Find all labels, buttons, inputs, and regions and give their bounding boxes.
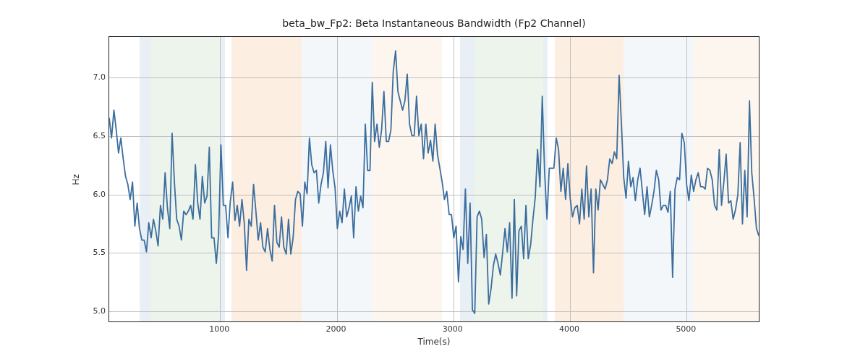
x-tick-label: 1000 xyxy=(209,324,229,334)
line-series xyxy=(109,37,759,321)
x-tick-label: 2000 xyxy=(326,324,346,334)
x-tick-label: 4000 xyxy=(559,324,579,334)
y-tick-label: 5.5 xyxy=(85,248,106,257)
y-axis-label: Hz xyxy=(69,36,83,322)
x-tick-label: 3000 xyxy=(443,324,463,334)
plot-area xyxy=(109,36,760,322)
figure: beta_bw_Fp2: Beta Instantaneous Bandwidt… xyxy=(0,0,868,362)
y-tick-label: 6.5 xyxy=(85,131,106,140)
x-axis-label: Time(s) xyxy=(109,337,760,347)
series-polyline xyxy=(109,51,759,313)
y-tick-label: 6.0 xyxy=(85,189,106,198)
chart-title: beta_bw_Fp2: Beta Instantaneous Bandwidt… xyxy=(0,17,868,29)
y-tick-label: 7.0 xyxy=(85,72,106,82)
x-tick-label: 5000 xyxy=(676,324,696,334)
y-tick-label: 5.0 xyxy=(85,306,106,315)
